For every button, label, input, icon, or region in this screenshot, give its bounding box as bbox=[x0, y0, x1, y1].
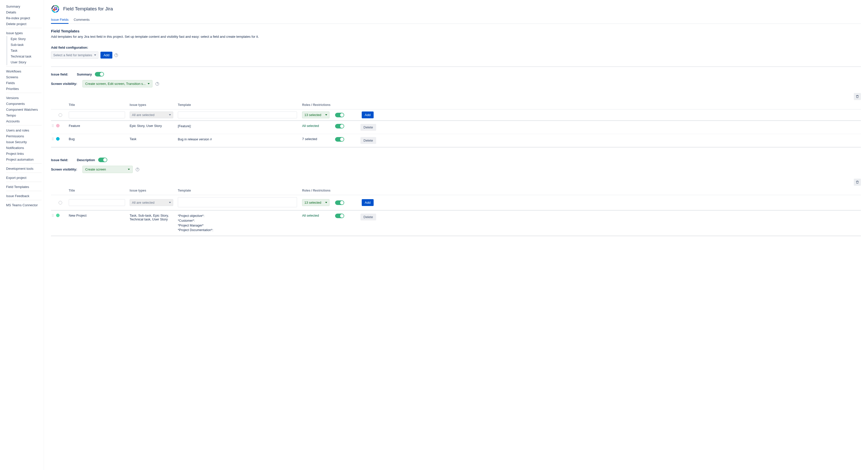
sidebar-link-component-watchers[interactable]: Component Watchers bbox=[6, 107, 41, 112]
issue-field-name-description: Description bbox=[77, 158, 95, 162]
sidebar-link-fields[interactable]: Fields bbox=[6, 80, 41, 86]
sidebar-link-delete-project[interactable]: Delete project bbox=[6, 21, 41, 27]
description-new-toggle[interactable] bbox=[335, 200, 344, 205]
sidebar-link-accounts[interactable]: Accounts bbox=[6, 118, 41, 124]
help-icon[interactable]: ? bbox=[136, 168, 139, 171]
color-dot-icon[interactable] bbox=[56, 124, 60, 128]
description-new-roles-value: 13 selected bbox=[304, 201, 321, 204]
sidebar-link-ms-teams[interactable]: MS Teams Connector bbox=[6, 202, 41, 208]
row-toggle[interactable] bbox=[335, 213, 344, 218]
sidebar-link-export-project[interactable]: Export project bbox=[6, 175, 41, 181]
row-toggle[interactable] bbox=[335, 137, 344, 142]
sidebar-link-project-links[interactable]: Project links bbox=[6, 151, 41, 157]
summary-add-row: All are selected 13 selected Add bbox=[51, 109, 861, 121]
sidebar-sublink-user-story[interactable]: User Story bbox=[7, 59, 41, 65]
description-screen-visibility-value: Create screen bbox=[85, 167, 106, 171]
color-dot-picker[interactable] bbox=[59, 201, 62, 204]
chevron-down-icon bbox=[325, 202, 327, 203]
sidebar-link-project-automation[interactable]: Project automation bbox=[6, 157, 41, 162]
summary-new-template-input[interactable] bbox=[178, 111, 297, 118]
row-title: New Project bbox=[69, 213, 130, 217]
add-field-config-button[interactable]: Add bbox=[100, 52, 112, 59]
section-title: Field Templates bbox=[51, 29, 861, 33]
row-delete-button[interactable]: Delete bbox=[361, 213, 376, 221]
help-icon[interactable]: ? bbox=[115, 54, 118, 57]
summary-new-toggle[interactable] bbox=[335, 113, 344, 117]
description-enabled-toggle[interactable] bbox=[98, 158, 107, 162]
delete-fieldset-summary-button[interactable] bbox=[854, 93, 861, 100]
row-delete-button[interactable]: Delete bbox=[361, 137, 376, 144]
tabs: Issue Fields Comments bbox=[51, 16, 861, 24]
description-add-row-button[interactable]: Add bbox=[362, 199, 374, 206]
description-new-template-input[interactable] bbox=[178, 197, 297, 207]
sidebar-link-screens[interactable]: Screens bbox=[6, 74, 41, 80]
drag-handle-icon[interactable] bbox=[52, 214, 54, 216]
sidebar-link-permissions[interactable]: Permissions bbox=[6, 133, 41, 139]
sidebar-link-workflows[interactable]: Workflows bbox=[6, 68, 41, 74]
summary-new-roles-select[interactable]: 13 selected bbox=[302, 111, 330, 118]
sidebar-sublink-task[interactable]: Task bbox=[7, 47, 41, 54]
sidebar-link-priorities[interactable]: Priorities bbox=[6, 86, 41, 92]
sidebar-sublink-technical-task[interactable]: Technical task bbox=[7, 54, 41, 59]
description-screen-visibility-select[interactable]: Create screen bbox=[83, 166, 133, 173]
main-content: Field Templates for Jira Issue Fields Co… bbox=[43, 0, 868, 470]
color-dot-icon[interactable] bbox=[56, 137, 60, 141]
sidebar-link-tempo[interactable]: Tempo bbox=[6, 112, 41, 118]
add-field-config-label: Add field configuration: bbox=[51, 45, 861, 49]
description-new-issue-types-select[interactable]: All are selected bbox=[130, 199, 173, 206]
drag-handle-icon[interactable] bbox=[52, 138, 54, 140]
row-delete-button[interactable]: Delete bbox=[361, 124, 376, 131]
help-icon[interactable]: ? bbox=[155, 82, 159, 86]
summary-screen-visibility-select[interactable]: Create screen, Edit screen, Transition s… bbox=[83, 80, 152, 88]
col-issue-types: Issue types bbox=[130, 103, 178, 107]
chevron-down-icon bbox=[94, 55, 96, 56]
sidebar-link-notifications[interactable]: Notifications bbox=[6, 145, 41, 151]
svg-point-3 bbox=[53, 9, 55, 11]
field-select[interactable]: Select a field for templates bbox=[51, 52, 98, 59]
description-new-title-input[interactable] bbox=[69, 199, 125, 206]
col-issue-types: Issue types bbox=[130, 189, 178, 192]
sidebar-link-reindex[interactable]: Re-index project bbox=[6, 15, 41, 21]
row-roles: All selected bbox=[302, 124, 335, 128]
trash-icon bbox=[856, 180, 859, 184]
row-issue-types: Epic Story, User Story bbox=[130, 124, 178, 128]
chevron-down-icon bbox=[169, 202, 171, 203]
summary-screen-visibility-value: Create screen, Edit screen, Transition s… bbox=[85, 82, 146, 86]
chevron-down-icon bbox=[325, 114, 327, 115]
sidebar-link-issue-security[interactable]: Issue Security bbox=[6, 139, 41, 145]
sidebar-link-details[interactable]: Details bbox=[6, 9, 41, 15]
row-issue-types: Task bbox=[130, 137, 178, 141]
summary-new-issue-types-select[interactable]: All are selected bbox=[130, 111, 173, 118]
table-header: Title Issue types Template Roles / Restr… bbox=[51, 101, 861, 109]
tab-comments[interactable]: Comments bbox=[73, 16, 90, 24]
summary-enabled-toggle[interactable] bbox=[95, 72, 104, 76]
description-add-row: All are selected 13 selected Add bbox=[51, 195, 861, 210]
row-template: Bug in release version # bbox=[178, 137, 302, 142]
fieldset-description: Issue field: Description Screen visibili… bbox=[51, 158, 861, 236]
sidebar-sublink-sub-task[interactable]: Sub-task bbox=[7, 42, 41, 47]
sidebar-sublink-epic-story[interactable]: Epic Story bbox=[7, 36, 41, 42]
sidebar-link-field-templates[interactable]: Field Templates bbox=[6, 184, 41, 190]
issue-field-label: Issue field: bbox=[51, 158, 74, 162]
description-new-roles-select[interactable]: 13 selected bbox=[302, 199, 330, 206]
row-title: Feature bbox=[69, 124, 130, 128]
sidebar-link-components[interactable]: Components bbox=[6, 101, 41, 107]
row-toggle[interactable] bbox=[335, 124, 344, 129]
summary-add-row-button[interactable]: Add bbox=[362, 111, 374, 118]
sidebar-link-users-roles[interactable]: Users and roles bbox=[6, 128, 41, 133]
divider bbox=[51, 66, 861, 67]
color-dot-picker[interactable] bbox=[59, 113, 62, 117]
delete-fieldset-description-button[interactable] bbox=[854, 179, 861, 186]
row-title: Bug bbox=[69, 137, 130, 141]
table-row: New Project Task, Sub-task, Epic Story, … bbox=[51, 210, 861, 236]
sidebar-link-summary[interactable]: Summary bbox=[6, 4, 41, 9]
sidebar-link-dev-tools[interactable]: Development tools bbox=[6, 166, 41, 171]
sidebar-link-versions[interactable]: Versions bbox=[6, 95, 41, 101]
table-row: Feature Epic Story, User Story [Feature]… bbox=[51, 121, 861, 134]
page-title: Field Templates for Jira bbox=[63, 6, 113, 12]
tab-issue-fields[interactable]: Issue Fields bbox=[51, 16, 68, 24]
color-dot-icon[interactable] bbox=[56, 213, 60, 217]
drag-handle-icon[interactable] bbox=[52, 125, 54, 127]
summary-new-title-input[interactable] bbox=[69, 111, 125, 118]
sidebar-link-issue-feedback[interactable]: Issue Feedback bbox=[6, 193, 41, 199]
